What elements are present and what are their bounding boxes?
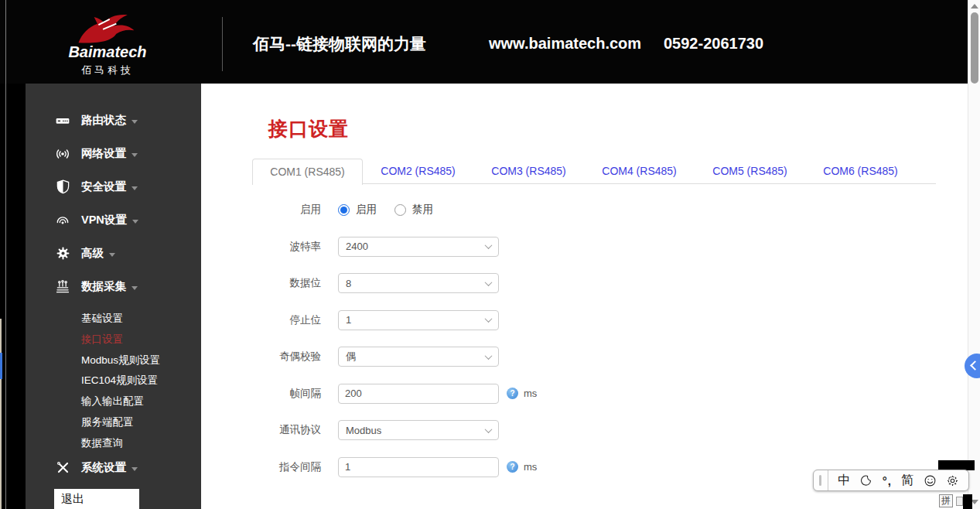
sidebar-item-label: 路由状态 bbox=[81, 113, 126, 128]
selected-value: 2400 bbox=[346, 241, 368, 252]
tools-icon bbox=[54, 460, 71, 475]
gear-icon bbox=[54, 246, 71, 261]
stop-bits-select[interactable]: 1 bbox=[338, 310, 499, 330]
phone-number: 0592-2061730 bbox=[664, 35, 763, 53]
tab-com4[interactable]: COM4 (RS485) bbox=[584, 159, 695, 184]
ime-settings-gear-icon[interactable] bbox=[946, 474, 959, 487]
tab-com3[interactable]: COM3 (RS485) bbox=[473, 159, 584, 184]
sidebar-item-label: 高级 bbox=[81, 246, 104, 261]
frame-interval-row: 帧间隔 ms bbox=[252, 384, 537, 404]
chevron-down-icon bbox=[131, 120, 138, 124]
sidebar-subitem-interface-settings[interactable]: 接口设置 bbox=[81, 330, 201, 350]
sidebar-subitem-basic-settings[interactable]: 基础设置 bbox=[81, 309, 201, 330]
sidebar-item-network-settings[interactable]: 网络设置 bbox=[26, 137, 201, 170]
chevron-down-icon bbox=[132, 220, 138, 224]
data-bits-row: 数据位 8 bbox=[252, 273, 537, 293]
data-bits-select[interactable]: 8 bbox=[338, 273, 499, 293]
protocol-label: 通讯协议 bbox=[252, 423, 321, 437]
sidebar-item-label: 数据采集 bbox=[81, 279, 126, 294]
window-edge-strip bbox=[0, 319, 2, 509]
chevron-down-icon bbox=[485, 425, 493, 433]
shield-icon bbox=[54, 179, 71, 194]
chevron-down-icon bbox=[131, 153, 138, 157]
sidebar-item-data-collection[interactable]: 数据采集 bbox=[26, 270, 201, 303]
network-icon bbox=[54, 146, 71, 162]
smiley-emoji-icon[interactable] bbox=[924, 474, 937, 487]
data-bits-label: 数据位 bbox=[252, 276, 321, 290]
sidebar-item-label: VPN设置 bbox=[81, 213, 127, 227]
parity-label: 奇偶校验 bbox=[252, 350, 321, 364]
selected-value: Modbus bbox=[346, 425, 381, 436]
sidebar-subitem-iec104-rules[interactable]: IEC104规则设置 bbox=[81, 371, 201, 391]
scrollbar-thumb[interactable] bbox=[971, 12, 978, 84]
unit-label: ms bbox=[524, 461, 537, 473]
router-icon bbox=[54, 113, 71, 128]
ime-pinyin-badge[interactable]: 拼 bbox=[939, 494, 953, 507]
header-slogan: 佰马--链接物联网的力量 bbox=[253, 33, 426, 55]
parity-select[interactable]: 偶 bbox=[338, 347, 499, 367]
main-content: 接口设置 COM1 (RS485) COM2 (RS485) COM3 (RS4… bbox=[201, 84, 968, 509]
frame-interval-input[interactable] bbox=[338, 384, 499, 404]
protocol-select[interactable]: Modbus bbox=[338, 420, 499, 440]
baud-rate-select[interactable]: 2400 bbox=[338, 237, 499, 257]
enable-row: 启用 启用 禁用 bbox=[252, 200, 537, 220]
sidebar-item-router-status[interactable]: 路由状态 bbox=[26, 104, 201, 137]
logout-button[interactable]: 退出 bbox=[54, 489, 139, 509]
ime-language-mode-button[interactable]: 中 bbox=[838, 473, 850, 489]
scrollbar-track[interactable] bbox=[968, 0, 980, 509]
interface-settings-form: 启用 启用 禁用 波特率 2400 数据位 8 停止位 1 bbox=[252, 200, 537, 494]
sidebar-item-label: 系统设置 bbox=[81, 460, 126, 475]
command-interval-input[interactable] bbox=[338, 457, 499, 477]
stop-bits-label: 停止位 bbox=[252, 313, 321, 327]
ime-punctuation-button[interactable]: °, bbox=[883, 474, 892, 487]
tab-com2[interactable]: COM2 (RS485) bbox=[363, 159, 473, 184]
parity-row: 奇偶校验 偶 bbox=[252, 347, 537, 367]
chevron-down-icon bbox=[485, 315, 493, 323]
com-port-tabs: COM1 (RS485) COM2 (RS485) COM3 (RS485) C… bbox=[252, 159, 936, 184]
selected-value: 1 bbox=[346, 314, 351, 326]
vpn-icon bbox=[54, 213, 71, 228]
chevron-down-icon bbox=[485, 278, 493, 286]
sidebar-item-system-settings[interactable]: 系统设置 bbox=[26, 454, 201, 482]
tab-com1[interactable]: COM1 (RS485) bbox=[252, 159, 363, 185]
ime-mini-icon bbox=[956, 497, 963, 506]
sidebar-item-label: 网络设置 bbox=[81, 146, 126, 161]
sidebar-item-security-settings[interactable]: 安全设置 bbox=[26, 170, 201, 203]
ime-charset-button[interactable]: 简 bbox=[901, 473, 913, 489]
brand-name: Baimatech bbox=[65, 43, 150, 61]
enable-option-label: 启用 bbox=[356, 203, 377, 217]
unit-label: ms bbox=[524, 388, 537, 399]
ime-toolbar: 中 °, 简 bbox=[813, 470, 969, 491]
scrollbar-up-button[interactable] bbox=[971, 4, 978, 9]
sidebar: 路由状态 网络设置 安全设置 VPN设置 bbox=[26, 84, 201, 509]
top-header: Baimatech 佰马科技 佰马--链接物联网的力量 www.baimatec… bbox=[0, 0, 980, 84]
overlay-fragment bbox=[963, 494, 972, 509]
tab-com5[interactable]: COM5 (RS485) bbox=[695, 159, 805, 184]
command-interval-row: 指令间隔 ms bbox=[252, 457, 537, 477]
frame-interval-label: 帧间隔 bbox=[252, 387, 321, 401]
chevron-down-icon bbox=[109, 253, 115, 257]
enable-radio[interactable] bbox=[338, 204, 350, 216]
sidebar-subitem-server-config[interactable]: 服务端配置 bbox=[81, 412, 201, 433]
protocol-row: 通讯协议 Modbus bbox=[252, 420, 537, 440]
ime-items: 中 °, 简 bbox=[828, 473, 968, 489]
disable-radio[interactable] bbox=[394, 204, 406, 216]
collapse-panel-button-left[interactable] bbox=[0, 353, 2, 379]
website-text: www.baimatech.com bbox=[489, 35, 641, 53]
drag-handle-icon[interactable] bbox=[819, 475, 821, 486]
sidebar-item-advanced[interactable]: 高级 bbox=[26, 237, 201, 270]
chevron-down-icon bbox=[485, 241, 493, 249]
moon-halfwidth-icon[interactable] bbox=[859, 474, 872, 487]
sidebar-item-vpn-settings[interactable]: VPN设置 bbox=[26, 203, 201, 237]
chevron-down-icon bbox=[131, 286, 138, 290]
chevron-down-icon bbox=[131, 186, 138, 190]
brand-logo: Baimatech 佰马科技 bbox=[60, 8, 153, 79]
sidebar-subitem-modbus-rules[interactable]: Modbus规则设置 bbox=[81, 350, 201, 371]
help-icon[interactable] bbox=[507, 461, 518, 473]
sidebar-subitem-data-query[interactable]: 数据查询 bbox=[81, 433, 201, 454]
tab-com6[interactable]: COM6 (RS485) bbox=[805, 159, 916, 184]
header-divider bbox=[222, 17, 223, 71]
sidebar-subitem-io-config[interactable]: 输入输出配置 bbox=[81, 391, 201, 412]
help-icon[interactable] bbox=[507, 388, 518, 399]
page-title: 接口设置 bbox=[268, 116, 349, 142]
